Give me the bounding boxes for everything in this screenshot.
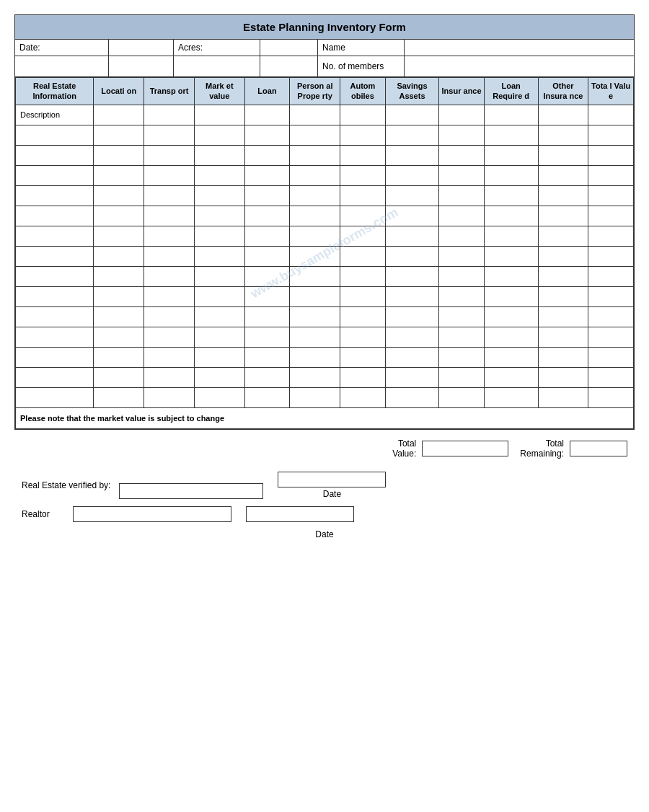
table-row	[16, 347, 634, 367]
total-value-input[interactable]	[422, 441, 508, 456]
realtor-label: Realtor	[22, 509, 50, 519]
col-real-estate: Real Estate Information	[16, 78, 94, 105]
total-remaining-label: Total Remaining:	[520, 438, 564, 459]
total-value-label: Total Value:	[392, 438, 416, 459]
desc-insurance[interactable]	[439, 105, 485, 125]
date-label: Date:	[19, 43, 40, 53]
desc-market-value[interactable]	[194, 105, 244, 125]
col-location: Locati on	[94, 78, 144, 105]
no-of-members-cell: No. of members	[318, 56, 405, 76]
desc-automobiles[interactable]	[340, 105, 386, 125]
col-transport: Transp ort	[144, 78, 195, 105]
desc-total-value[interactable]	[588, 105, 634, 125]
desc-loan-required[interactable]	[484, 105, 538, 125]
col-loan: Loan	[244, 78, 290, 105]
table-row	[16, 165, 634, 185]
empty-cell-3	[174, 56, 260, 76]
desc-other-insurance[interactable]	[538, 105, 588, 125]
description-row: Description	[16, 105, 634, 125]
col-savings: Savings Assets	[385, 78, 439, 105]
empty-cell-1	[15, 56, 109, 76]
table-row	[16, 327, 634, 347]
form-title: Estate Planning Inventory Form	[15, 15, 634, 40]
desc-personal-property[interactable]	[290, 105, 340, 125]
real-estate-verified-label: Real Estate verified by:	[22, 480, 110, 490]
main-table: Real Estate Information Locati on Transp…	[15, 77, 634, 429]
desc-transport[interactable]	[144, 105, 195, 125]
total-value-group: Total Value:	[392, 438, 508, 459]
desc-loan[interactable]	[244, 105, 290, 125]
notice-text: Please note that the market value is sub…	[16, 407, 634, 428]
name-input-cell[interactable]	[405, 40, 634, 56]
col-automobiles: Autom obiles	[340, 78, 386, 105]
form-wrapper: Estate Planning Inventory Form Date: Acr…	[14, 14, 635, 430]
col-loan-required: Loan Require d	[484, 78, 538, 105]
table-row	[16, 226, 634, 246]
desc-savings[interactable]	[385, 105, 439, 125]
date-label-1: Date	[323, 489, 341, 499]
col-other-insurance: Other Insura nce	[538, 78, 588, 105]
real-estate-verified-input[interactable]	[119, 483, 263, 499]
realtor-date-input[interactable]	[246, 506, 354, 522]
acres-cell: Acres:	[174, 40, 260, 56]
acres-label: Acres:	[178, 43, 203, 53]
col-insurance: Insur ance	[439, 78, 485, 105]
verified-date-input[interactable]	[278, 472, 386, 487]
bottom-date-row: Date	[14, 529, 635, 539]
total-row: Total Value: Total Remaining:	[14, 438, 635, 459]
empty-cell-2	[109, 56, 174, 76]
col-market-value: Mark et value	[194, 78, 244, 105]
table-row	[16, 306, 634, 327]
table-row	[16, 246, 634, 266]
bottom-section: Total Value: Total Remaining: Real Estat…	[14, 430, 635, 548]
empty-cell-4	[260, 56, 318, 76]
realtor-input[interactable]	[73, 506, 231, 522]
description-label: Description	[16, 105, 94, 125]
date-col-1: Date	[278, 472, 386, 499]
date-cell: Date:	[15, 40, 109, 56]
date-input-cell[interactable]	[109, 40, 174, 56]
col-total-value: Tota l Valu e	[588, 78, 634, 105]
acres-input-cell[interactable]	[260, 40, 318, 56]
table-row	[16, 266, 634, 286]
name-label: Name	[322, 43, 345, 53]
no-of-members-input-cell[interactable]	[405, 56, 634, 76]
name-label-cell: Name	[318, 40, 405, 56]
table-row	[16, 206, 634, 226]
table-row	[16, 125, 634, 145]
col-personal-property: Person al Prope rty	[290, 78, 340, 105]
table-row	[16, 387, 634, 407]
notice-row: Please note that the market value is sub…	[16, 407, 634, 428]
realtor-row: Realtor	[14, 506, 635, 522]
verify-row: Real Estate verified by: Date	[14, 472, 635, 499]
total-remaining-group: Total Remaining:	[520, 438, 627, 459]
table-row	[16, 185, 634, 206]
desc-location[interactable]	[94, 105, 144, 125]
table-row	[16, 367, 634, 387]
total-remaining-input[interactable]	[570, 441, 627, 456]
table-row	[16, 286, 634, 306]
bottom-date-label: Date	[315, 529, 333, 539]
table-container: www.buysampleforms.com Real Estate Infor…	[15, 77, 634, 429]
no-of-members-label: No. of members	[322, 61, 384, 71]
table-row	[16, 145, 634, 165]
